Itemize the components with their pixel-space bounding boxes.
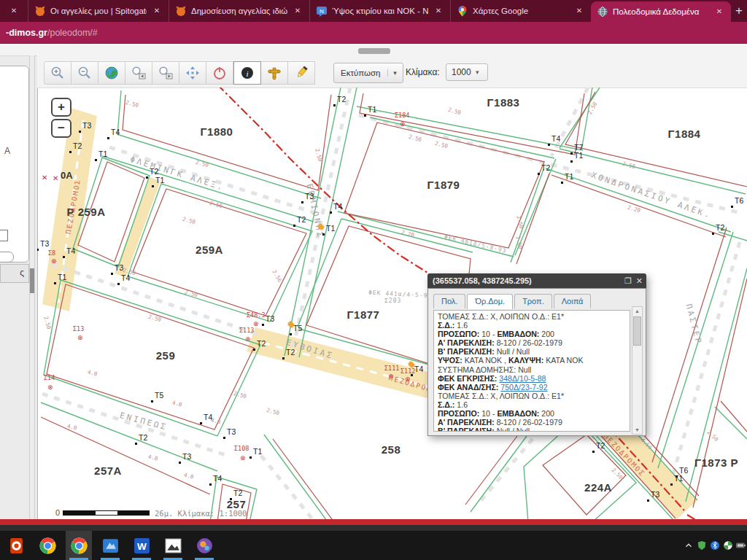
sidebar-checkbox[interactable] — [0, 230, 8, 241]
browser-tab[interactable]: Δημοσίευση αγγελίας ιδιώτη✕ — [169, 0, 309, 22]
zoom-out-button[interactable]: − — [51, 119, 71, 138]
close-tab-icon[interactable]: ✕ — [8, 5, 20, 17]
fek-link[interactable]: 750Δ/23-7-92 — [500, 383, 547, 392]
block-label: Γ1877 — [347, 308, 380, 321]
chevron-up-tray-icon[interactable] — [683, 540, 694, 551]
sigma-point-symbol: ⊗ — [388, 373, 394, 380]
close-tab-icon[interactable]: ✕ — [151, 5, 163, 17]
survey-point-dot — [209, 483, 212, 486]
windows-taskbar: W — [0, 531, 747, 560]
pie-tray-icon[interactable] — [722, 540, 733, 551]
panel-collapse-handle[interactable] — [358, 48, 390, 54]
popup-row: ΦΕΚ ΑΝΑΔ/ΣΗΣ: 750Δ/23-7-92 — [438, 383, 630, 392]
close-tab-icon[interactable]: ✕ — [292, 5, 303, 17]
spitogatos-icon — [175, 5, 187, 17]
photos-taskbar-icon[interactable] — [160, 531, 186, 560]
popup-row: Β' ΠΑΡΕΚΛΙΣΗ: Null / Null — [438, 347, 630, 356]
zoom-in-button[interactable]: + — [51, 98, 71, 117]
close-tab-icon[interactable]: ✕ — [713, 6, 725, 18]
survey-point-label: T4 — [111, 128, 120, 136]
draw-tool-button[interactable] — [288, 61, 315, 85]
survey-point-label: T3 — [651, 490, 659, 499]
popup-row: ΠΡΟΣΩΠΟ: 10 - ΕΜΒΑΔΟΝ: 200 — [438, 330, 630, 338]
deactivate-tool-button[interactable] — [206, 61, 233, 85]
survey-point-dot — [322, 233, 325, 236]
zoom-in-tool-button[interactable] — [44, 61, 71, 85]
browser-tab[interactable]: Χάρτες Google✕ — [450, 0, 591, 22]
print-button[interactable]: Εκτύπωση ▾ — [333, 63, 403, 83]
browser-tab[interactable]: Πολεοδομικά Δεδομένα✕ — [591, 1, 731, 22]
spitogatos-icon — [34, 5, 46, 17]
battery-tray-icon[interactable] — [735, 540, 746, 551]
survey-point-label: T4 — [414, 365, 423, 373]
full-extent-tool-button[interactable] — [98, 61, 125, 85]
fek-link[interactable]: 348Δ/10-5-88 — [499, 374, 546, 383]
block-label: 258 — [382, 443, 401, 456]
popup-text: 200 — [539, 330, 554, 338]
scroll-up-icon[interactable]: ▲ — [632, 308, 642, 314]
close-tab-icon[interactable]: ✕ — [433, 5, 444, 17]
scalebar-zero: 0 — [55, 508, 60, 517]
app-blue-taskbar-icon[interactable] — [97, 531, 123, 560]
survey-point-label: T4 — [333, 202, 342, 211]
sidebar-footer-bar[interactable]: ς — [0, 264, 29, 283]
survey-point-label: T2 — [297, 215, 306, 224]
word-taskbar-icon[interactable]: W — [128, 531, 155, 560]
paint-taskbar-icon[interactable] — [191, 531, 217, 560]
print-dropdown-arrow[interactable]: ▾ — [387, 69, 403, 77]
screen: ✕Οι αγγελίες μου | Spitogatos✕Δημοσίευση… — [0, 0, 747, 560]
popup-tab[interactable]: Λοιπά — [554, 294, 592, 308]
tab-title: Ύψος κτιρίου και ΝΟΚ - ΝΟΚ — [332, 7, 428, 15]
bluetooth-tray-icon[interactable] — [709, 540, 720, 551]
popup-text: 8-120 / 26-02-1979 — [495, 338, 562, 347]
survey-point-label: T1 — [565, 172, 573, 181]
maximize-icon[interactable]: ❐ — [624, 276, 632, 286]
office-taskbar-icon[interactable] — [3, 531, 29, 560]
popup-row: ΦΕΚ ΕΓΚΡΙΣΗΣ: 348Δ/10-5-88 — [438, 374, 630, 383]
chrome-taskbar-icon[interactable] — [66, 531, 92, 560]
survey-point-dot — [200, 422, 202, 424]
browser-tab[interactable]: Οι αγγελίες μου | Spitogatos✕ — [28, 0, 169, 22]
popup-text: 1.6 — [454, 321, 468, 330]
scroll-down-icon[interactable]: ▼ — [632, 427, 642, 432]
popup-text: ΚΑΤΑ ΝΟΚ , — [462, 356, 508, 365]
zoom-previous-tool-button[interactable] — [125, 61, 152, 85]
survey-point-dot — [253, 349, 255, 351]
survey-point-label: T3 — [182, 452, 191, 461]
defender-tray-icon[interactable] — [696, 540, 707, 551]
new-tab-button[interactable]: + — [731, 0, 747, 22]
survey-point-label: T1 — [58, 273, 66, 281]
survey-point-label: T5 — [293, 324, 302, 332]
close-tab-icon[interactable]: ✕ — [573, 5, 585, 17]
measure-tool-button[interactable] — [261, 61, 288, 85]
browser-tab[interactable]: NΎψος κτιρίου και ΝΟΚ - ΝΟΚ✕ — [309, 0, 450, 22]
survey-point-label: T4 — [66, 246, 75, 255]
scale-select[interactable]: 1000 ▾ — [446, 63, 488, 81]
popup-scrollbar[interactable]: ▲ ▼ — [632, 306, 643, 435]
browser-tab[interactable]: ✕ — [0, 0, 28, 22]
survey-point-dot — [561, 182, 563, 184]
survey-point-label: T5 — [155, 391, 163, 400]
survey-point-dot — [230, 498, 232, 500]
identify-tool-button[interactable]: i — [233, 61, 261, 85]
pan-tool-button[interactable] — [179, 61, 206, 85]
popup-tab[interactable]: Πολ. — [433, 294, 465, 308]
popup-text: Α' ΠΑΡΕΚΛΙΣΗ: — [438, 338, 495, 347]
popup-tab[interactable]: Όρ.Δομ. — [467, 294, 513, 309]
chrome-taskbar-icon[interactable] — [34, 531, 61, 560]
survey-point-label: T3 — [305, 192, 314, 201]
address-bar[interactable]: -dimos.gr/poleodom/# — [0, 22, 747, 44]
close-icon[interactable]: ✕ — [636, 276, 643, 286]
survey-point-dot — [333, 104, 336, 106]
popup-tab[interactable]: Τροπ. — [514, 294, 552, 308]
sidebar-scrollbar-thumb[interactable] — [30, 268, 34, 293]
zoom-next-tool-button[interactable] — [152, 61, 179, 85]
sidebar-pill-button[interactable] — [0, 252, 14, 262]
survey-point-dot — [117, 283, 120, 285]
map-zoom-control: + − — [51, 98, 71, 140]
sigma-point-symbol: ⊗ — [240, 454, 246, 462]
survey-point-label: T3 — [266, 314, 274, 323]
zoom-out-tool-button[interactable] — [71, 61, 98, 85]
popup-text: ΣΥΣΤΗΜΑ ΔΟΜΗΣΗΣ: Null — [438, 365, 531, 374]
popup-scrollbar-thumb[interactable] — [633, 316, 641, 346]
